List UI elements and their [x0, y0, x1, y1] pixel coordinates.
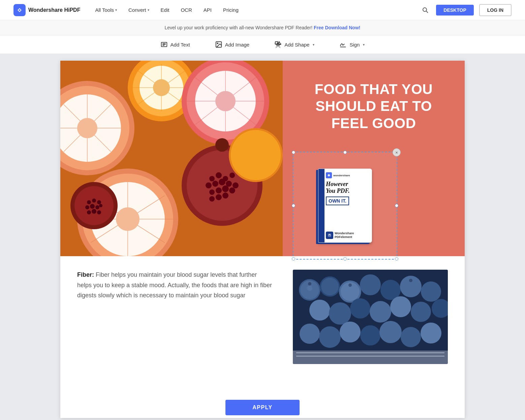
add-text-button[interactable]: Add Text — [156, 39, 194, 50]
svg-point-103 — [401, 327, 421, 347]
svg-point-52 — [209, 196, 215, 202]
body-text-content: Fiber helps you maintain your blood suga… — [77, 271, 272, 299]
body-text-label: Fiber: — [77, 271, 94, 278]
image-icon — [215, 41, 222, 48]
chevron-down-icon: ▾ — [363, 43, 365, 47]
nav-ocr[interactable]: OCR — [176, 5, 196, 15]
apply-bar: APPLY — [0, 395, 525, 420]
right-panel: FOOD THAT YOU SHOULD EAT TO FEEL GOOD × — [283, 61, 465, 256]
book-logo-label: wondershare — [333, 174, 350, 177]
svg-point-94 — [370, 301, 391, 323]
svg-point-54 — [222, 192, 228, 199]
nav-links: All Tools ▾ Convert ▾ Edit OCR API Prici… — [90, 5, 420, 15]
svg-point-87 — [360, 274, 381, 295]
svg-point-71 — [95, 205, 99, 209]
chevron-down-icon: ▾ — [313, 43, 314, 47]
add-shape-button[interactable]: Add Shape ▾ — [270, 39, 318, 50]
svg-point-91 — [309, 300, 330, 321]
svg-point-90 — [421, 281, 441, 302]
svg-point-49 — [216, 187, 222, 193]
book-container: wondershare HoweverYou PDF. OWN IT. — [294, 152, 397, 259]
book-spine — [318, 169, 325, 242]
logo[interactable]: Wondershare HiPDF — [13, 4, 80, 16]
book-brand-text: WondersharePDFelement — [335, 232, 354, 239]
sign-button[interactable]: Sign ▾ — [335, 39, 369, 50]
nav-api[interactable]: API — [199, 5, 216, 15]
svg-point-100 — [340, 322, 361, 342]
book-content: wondershare HoweverYou PDF. OWN IT. — [326, 172, 370, 212]
svg-point-72 — [99, 204, 102, 207]
pdfelement-icon — [326, 232, 333, 239]
svg-point-101 — [360, 325, 380, 346]
blueberry-illustration — [293, 270, 448, 364]
svg-point-67 — [92, 199, 96, 203]
body-text-block: Fiber: Fiber helps you maintain your blo… — [77, 270, 273, 364]
shape-selection-container[interactable]: × — [293, 152, 397, 260]
nav-edit[interactable]: Edit — [156, 5, 174, 15]
close-shape-button[interactable]: × — [393, 148, 401, 156]
svg-point-75 — [97, 210, 101, 214]
book-logo-icon — [326, 172, 332, 178]
resize-handle-bm[interactable] — [343, 257, 347, 261]
logo-icon — [13, 4, 26, 16]
resize-handle-mr[interactable] — [395, 204, 398, 207]
svg-point-82 — [307, 286, 312, 291]
svg-point-84 — [321, 278, 339, 295]
resize-handle-tl[interactable] — [292, 151, 295, 154]
svg-point-70 — [90, 204, 95, 209]
svg-rect-110 — [296, 356, 444, 357]
svg-line-1 — [426, 11, 428, 13]
svg-point-69 — [85, 205, 89, 209]
sign-icon — [339, 41, 347, 48]
search-icon[interactable] — [420, 5, 431, 16]
login-button[interactable]: LOG IN — [479, 4, 512, 16]
text-icon — [160, 41, 168, 48]
svg-point-40 — [216, 172, 222, 178]
promo-banner: Level up your work proficiency with all-… — [0, 20, 525, 35]
apply-button[interactable]: APPLY — [225, 400, 299, 415]
add-image-button[interactable]: Add Image — [211, 39, 254, 50]
svg-point-95 — [390, 296, 411, 317]
resize-handle-ml[interactable] — [292, 204, 295, 207]
nav-right: DESKTOP LOG IN — [420, 4, 512, 16]
svg-point-66 — [87, 200, 91, 204]
book-image: wondershare HoweverYou PDF. OWN IT. — [318, 169, 372, 243]
book-main-text: HoweverYou PDF. — [326, 181, 370, 194]
nav-convert[interactable]: Convert ▾ — [124, 5, 154, 15]
page-top-section: FOOD THAT YOU SHOULD EAT TO FEEL GOOD × — [60, 61, 465, 256]
logo-text: Wondershare HiPDF — [28, 7, 80, 13]
book-bottom: WondersharePDFelement — [326, 232, 370, 239]
shape-icon — [274, 41, 282, 48]
panel-title: FOOD THAT YOU SHOULD EAT TO FEEL GOOD — [296, 81, 451, 132]
nav-all-tools[interactable]: All Tools ▾ — [90, 5, 122, 15]
svg-point-44 — [212, 181, 218, 187]
svg-rect-109 — [296, 352, 444, 353]
svg-point-55 — [215, 138, 229, 152]
book-sub-text: OWN IT. — [326, 197, 349, 205]
svg-point-77 — [230, 130, 281, 180]
svg-point-7 — [217, 43, 218, 44]
blueberry-image-block — [293, 270, 448, 364]
svg-point-98 — [300, 324, 320, 344]
desktop-button[interactable]: DESKTOP — [436, 5, 473, 16]
svg-point-42 — [229, 173, 235, 178]
svg-point-48 — [209, 189, 215, 195]
resize-handle-bl[interactable] — [292, 257, 295, 261]
resize-handle-br[interactable] — [395, 257, 398, 261]
nav-pricing[interactable]: Pricing — [218, 5, 243, 15]
edit-toolbar: Add Text Add Image Add Shape ▾ Sign ▾ — [0, 35, 525, 54]
svg-point-73 — [87, 210, 91, 214]
resize-handle-tm[interactable] — [343, 151, 347, 154]
svg-point-74 — [92, 209, 96, 214]
svg-point-28 — [153, 79, 170, 96]
chevron-down-icon: ▾ — [115, 8, 117, 12]
svg-point-99 — [319, 326, 341, 348]
pdf-page: FOOD THAT YOU SHOULD EAT TO FEEL GOOD × — [60, 61, 465, 418]
svg-point-104 — [421, 323, 441, 343]
svg-point-45 — [219, 179, 225, 185]
main-area: FOOD THAT YOU SHOULD EAT TO FEEL GOOD × — [0, 54, 525, 420]
svg-point-106 — [348, 283, 352, 287]
svg-point-107 — [409, 279, 412, 282]
banner-link[interactable]: Free Download Now! — [314, 25, 360, 30]
navbar: Wondershare HiPDF All Tools ▾ Convert ▾ … — [0, 0, 525, 20]
